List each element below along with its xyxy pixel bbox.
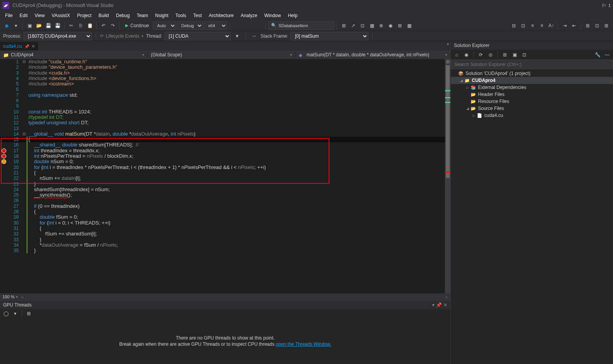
menu-test[interactable]: Test — [190, 12, 205, 19]
menu-help[interactable]: Help — [284, 12, 301, 19]
se-showall-icon[interactable]: ⊞ — [501, 51, 509, 59]
tree-item[interactable]: ◢📂Source Files — [451, 105, 613, 112]
code-line[interactable]: 17 int threadIndex = threadIdx.x; — [0, 148, 450, 153]
thread-select[interactable]: [1] CUDA — [165, 32, 231, 40]
save-icon[interactable]: 💾 — [44, 21, 53, 30]
se-refresh-icon[interactable]: ⟳ — [476, 51, 485, 59]
code-line[interactable]: 2#include "device_launch_parameters.h" — [0, 64, 450, 70]
solution-tree[interactable]: 📦Solution 'CUDApro4' (1 project)◢📁CUDApr… — [451, 69, 613, 364]
tree-item[interactable]: 📂Resource Files — [451, 98, 613, 105]
nav-function[interactable]: ◈matSum(DT * dataIn, double * dataOutAve… — [296, 52, 450, 57]
code-line[interactable]: 6 — [0, 87, 450, 92]
solution-search[interactable] — [451, 60, 613, 69]
code-line[interactable]: 27 if (0 == threadIndex) — [0, 204, 450, 209]
redo-icon[interactable]: ↷ — [109, 21, 117, 30]
menu-file[interactable]: File — [2, 12, 16, 19]
code-line[interactable]: 21 { — [0, 170, 450, 176]
code-line[interactable]: 31 { — [0, 226, 450, 231]
tab-overflow-icon[interactable]: ▾ — [447, 42, 449, 46]
menu-analyze[interactable]: Analyze — [237, 12, 261, 19]
menu-architecture[interactable]: Architecture — [205, 12, 237, 19]
se-collapse-icon[interactable]: ▣ — [510, 51, 519, 59]
code-line[interactable]: 16 __shared__ double sharedSum[THREADS];… — [0, 142, 450, 148]
stack-frame-select[interactable]: [0] matSum — [291, 32, 368, 40]
code-editor[interactable]: 1⊟#include "cuda_runtime.h"2#include "de… — [0, 59, 450, 293]
paste-icon[interactable]: 📋 — [86, 21, 94, 30]
copy-icon[interactable]: ⎘ — [76, 21, 85, 30]
debug-tool-1-icon[interactable]: ⊞ — [340, 21, 348, 30]
nav-project[interactable]: 📁CUDApro4▾ — [0, 52, 148, 57]
format-3-icon[interactable]: ≡ — [528, 21, 537, 30]
format-7-icon[interactable]: ⇤ — [570, 21, 578, 30]
debug-tool-7-icon[interactable]: ⊞ — [396, 21, 404, 30]
panel-pin-icon[interactable]: 📌 — [436, 302, 442, 308]
code-line[interactable]: 34 *dataOutAverage = fSum / nPixels; — [0, 242, 450, 248]
code-line[interactable]: 22 nSum += dataIn[i]; — [0, 176, 450, 181]
config-auto-select[interactable]: Auto — [153, 21, 176, 30]
code-line[interactable]: 12typedef unsigned short DT; — [0, 120, 450, 125]
solution-search-input[interactable] — [451, 60, 613, 69]
code-line[interactable]: 3#include <cuda.h> — [0, 70, 450, 76]
code-line[interactable]: 14⊟__global__ void matSum(DT *dataIn, do… — [0, 131, 450, 137]
panel-tool-1-icon[interactable]: ◯ — [2, 309, 10, 318]
code-line[interactable]: 26 — [0, 198, 450, 203]
se-wrench-icon[interactable]: 🔧 — [593, 51, 602, 59]
menu-build[interactable]: Build — [95, 12, 112, 19]
debug-tool-8-icon[interactable]: ▦ — [405, 21, 413, 30]
format-2-icon[interactable]: ⊡ — [519, 21, 527, 30]
code-line[interactable]: 33 } — [0, 237, 450, 242]
config-platform-select[interactable]: x64 — [204, 21, 227, 30]
debug-tool-6-icon[interactable]: ◉ — [386, 21, 395, 30]
tree-item[interactable]: ▷📄cuda4.cu — [451, 112, 613, 119]
new-project-icon[interactable]: ▣ — [25, 21, 34, 30]
code-line[interactable]: 10const int THREADS = 1024; — [0, 109, 450, 115]
save-all-icon[interactable]: 💾 — [53, 21, 62, 30]
tree-item[interactable]: 📦Solution 'CUDApro4' (1 project) — [451, 70, 613, 77]
stack-icon[interactable]: ⤻ — [250, 32, 258, 40]
zoom-level[interactable]: 100 % — [2, 294, 14, 299]
format-1-icon[interactable]: ⊟ — [510, 21, 518, 30]
nav-scope[interactable]: (Global Scope)▾ — [148, 52, 296, 57]
format-6-icon[interactable]: ⇥ — [560, 21, 569, 30]
tree-item[interactable]: ▷📚External Dependencies — [451, 84, 613, 91]
code-line[interactable]: 28 { — [0, 209, 450, 214]
tree-item[interactable]: ◢📁CUDApro4 — [451, 77, 613, 84]
notification-flag-icon[interactable]: 🏳 — [602, 3, 607, 9]
panel-close-icon[interactable]: ✕ — [443, 302, 447, 308]
menu-team[interactable]: Team — [133, 12, 151, 19]
format-5-icon[interactable]: A↑ — [547, 21, 555, 30]
debug-tool-3-icon[interactable]: ⊡ — [358, 21, 367, 30]
menu-debug[interactable]: Debug — [112, 12, 133, 19]
format-10-icon[interactable]: ⊞ — [602, 21, 611, 30]
continue-button[interactable]: ▶Continue — [122, 22, 152, 29]
se-more-icon[interactable]: — — [603, 51, 611, 59]
code-line[interactable]: 7using namespace std; — [0, 92, 450, 98]
menu-edit[interactable]: Edit — [16, 12, 31, 19]
format-9-icon[interactable]: ⊡ — [593, 21, 601, 30]
code-line[interactable]: 1⊟#include "cuda_runtime.h" — [0, 59, 450, 64]
config-debug-select[interactable]: Debug — [177, 21, 203, 30]
undo-icon[interactable]: ↶ — [99, 21, 108, 30]
open-file-icon[interactable]: 📂 — [35, 21, 43, 30]
menu-nsight[interactable]: Nsight — [152, 12, 172, 19]
menu-view[interactable]: View — [31, 12, 48, 19]
tab-cuda4[interactable]: cuda4.cu 📌 ✕ — [0, 42, 38, 51]
code-line[interactable]: 29 double fSum = 0; — [0, 214, 450, 220]
code-line[interactable]: 18 int nPixelsPerThread = nPixels / bloc… — [0, 153, 450, 159]
code-line[interactable]: 8 — [0, 98, 450, 103]
panel-header[interactable]: GPU Threads ▾ 📌 ✕ — [0, 301, 450, 309]
panel-tool-2-icon[interactable]: ▾ — [11, 309, 19, 318]
code-line[interactable]: 25 __syncthreads(); — [0, 192, 450, 198]
nav-forward-icon[interactable]: ▾ — [12, 21, 20, 30]
filter-icon[interactable]: ▼ — [233, 32, 242, 40]
code-line[interactable]: 9 — [0, 103, 450, 109]
code-line[interactable]: 4#include <device_functions.h> — [0, 76, 450, 81]
open-threads-link[interactable]: open the Threads Window. — [276, 341, 331, 347]
format-8-icon[interactable]: ⊞ — [583, 21, 592, 30]
code-line[interactable]: 20 for (int i = threadIndex * nPixelsPer… — [0, 165, 450, 170]
panel-tool-3-icon[interactable]: ⊞ — [25, 309, 33, 318]
code-line[interactable]: 19 double nSum = 0; — [0, 159, 450, 164]
code-line[interactable]: 35 } — [0, 248, 450, 253]
debug-tool-4-icon[interactable]: ▦ — [368, 21, 376, 30]
debug-tool-5-icon[interactable]: ⊕ — [377, 21, 385, 30]
